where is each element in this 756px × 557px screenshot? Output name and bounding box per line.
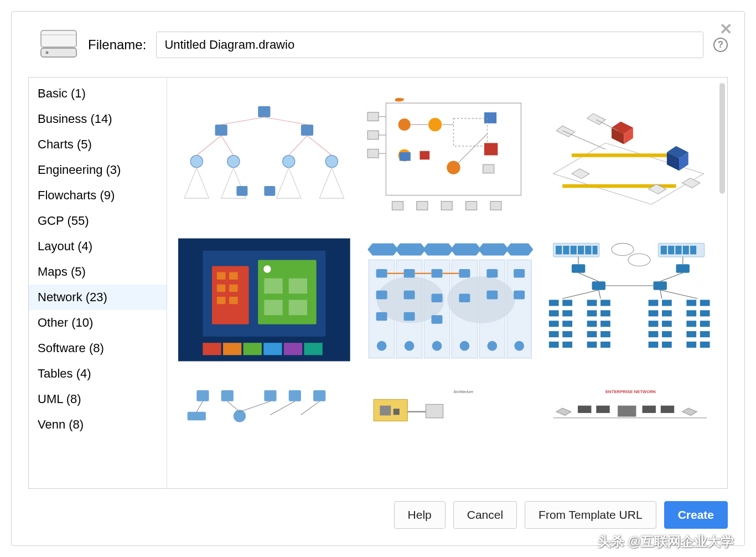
svg-rect-158 — [700, 331, 710, 337]
sidebar-item-layout[interactable]: Layout (4) — [29, 234, 167, 259]
sidebar-item-gcp[interactable]: GCP (55) — [29, 208, 167, 234]
svg-rect-124 — [563, 310, 573, 316]
close-icon[interactable]: ✕ — [719, 22, 732, 37]
template-thumb-3[interactable] — [544, 91, 716, 220]
svg-rect-160 — [700, 342, 710, 348]
sidebar-item-charts[interactable]: Charts (5) — [29, 132, 167, 157]
svg-rect-139 — [587, 342, 597, 348]
svg-rect-185 — [597, 406, 610, 413]
svg-rect-98 — [563, 246, 569, 255]
svg-rect-88 — [486, 291, 498, 300]
template-thumb-8[interactable]: Architecture — [361, 380, 534, 431]
svg-rect-75 — [376, 269, 387, 278]
svg-point-90 — [376, 341, 386, 351]
svg-rect-116 — [654, 281, 667, 290]
svg-line-7 — [221, 117, 265, 125]
filename-label: Filename: — [88, 37, 146, 53]
svg-rect-20 — [367, 112, 379, 121]
category-sidebar: Basic (1) Business (14) Charts (5) Engin… — [29, 78, 167, 488]
main-content: Basic (1) Business (14) Charts (5) Engin… — [28, 77, 728, 489]
svg-rect-151 — [687, 300, 697, 306]
svg-rect-102 — [593, 246, 598, 255]
svg-rect-168 — [289, 390, 301, 401]
svg-rect-140 — [600, 342, 610, 348]
svg-rect-127 — [549, 331, 559, 337]
create-button[interactable]: Create — [664, 501, 728, 529]
svg-rect-146 — [662, 321, 672, 327]
svg-rect-105 — [668, 246, 674, 255]
svg-rect-155 — [687, 321, 697, 327]
header-row: Filename: ? — [28, 28, 728, 61]
svg-rect-145 — [649, 321, 659, 327]
svg-rect-178 — [380, 406, 391, 416]
template-thumb-5[interactable] — [361, 235, 534, 364]
svg-point-15 — [283, 155, 295, 167]
svg-rect-82 — [376, 312, 387, 321]
svg-rect-167 — [264, 390, 276, 401]
svg-rect-135 — [587, 321, 597, 327]
sidebar-item-other[interactable]: Other (10) — [29, 310, 167, 336]
filename-input[interactable] — [156, 32, 703, 58]
svg-point-92 — [432, 341, 442, 351]
svg-rect-17 — [236, 186, 247, 196]
svg-rect-65 — [284, 343, 302, 355]
from-template-url-button[interactable]: From Template URL — [525, 501, 656, 529]
svg-rect-188 — [661, 406, 674, 413]
svg-rect-141 — [649, 300, 659, 306]
scrollbar-thumb[interactable] — [719, 83, 725, 194]
svg-rect-83 — [403, 291, 415, 300]
template-thumb-4[interactable] — [178, 235, 350, 364]
sidebar-item-network[interactable]: Network (23) — [29, 285, 167, 310]
svg-line-176 — [301, 401, 319, 415]
svg-rect-77 — [431, 269, 442, 278]
svg-rect-125 — [549, 321, 559, 327]
svg-rect-101 — [586, 246, 592, 255]
svg-rect-150 — [662, 342, 672, 348]
svg-rect-32 — [399, 152, 410, 161]
svg-line-174 — [240, 401, 270, 412]
svg-line-117 — [578, 273, 599, 282]
template-thumb-9[interactable]: ENTERPRISE NETWORK — [544, 380, 716, 431]
sidebar-item-engineering[interactable]: Engineering (3) — [29, 157, 167, 183]
cancel-button[interactable]: Cancel — [453, 501, 517, 529]
svg-rect-179 — [393, 409, 399, 415]
svg-rect-78 — [459, 269, 470, 278]
svg-line-44 — [563, 131, 606, 149]
template-thumb-7[interactable] — [178, 380, 350, 431]
svg-rect-121 — [549, 300, 559, 306]
svg-rect-126 — [563, 321, 573, 327]
template-thumb-2[interactable] — [361, 91, 534, 220]
sidebar-item-uml[interactable]: UML (8) — [29, 386, 167, 412]
sidebar-item-tables[interactable]: Tables (4) — [29, 361, 167, 386]
svg-line-8 — [264, 117, 307, 125]
svg-rect-59 — [264, 300, 282, 315]
svg-rect-89 — [514, 291, 525, 300]
svg-rect-18 — [264, 186, 275, 196]
help-icon[interactable]: ? — [713, 38, 728, 52]
sidebar-item-basic[interactable]: Basic (1) — [29, 81, 167, 106]
svg-rect-39 — [392, 202, 403, 210]
sidebar-item-maps[interactable]: Maps (5) — [29, 259, 167, 285]
sidebar-item-business[interactable]: Business (14) — [29, 106, 167, 132]
svg-rect-166 — [221, 390, 234, 401]
sidebar-item-software[interactable]: Software (8) — [29, 336, 167, 361]
svg-rect-49 — [217, 272, 226, 280]
template-thumb-6[interactable] — [544, 235, 716, 364]
sidebar-item-venn[interactable]: Venn (8) — [29, 412, 167, 437]
svg-rect-170 — [188, 412, 206, 421]
help-button[interactable]: Help — [394, 501, 446, 529]
svg-rect-33 — [420, 151, 429, 160]
svg-rect-100 — [578, 246, 584, 255]
svg-rect-0 — [41, 30, 76, 47]
svg-point-74 — [447, 276, 515, 323]
svg-rect-159 — [687, 342, 697, 348]
sidebar-item-flowcharts[interactable]: Flowcharts (9) — [29, 183, 167, 208]
svg-rect-156 — [700, 321, 710, 327]
svg-rect-21 — [367, 131, 379, 140]
template-thumb-1[interactable] — [178, 91, 350, 220]
svg-rect-147 — [649, 331, 659, 337]
svg-text:Architecture: Architecture — [453, 390, 473, 394]
svg-rect-87 — [459, 293, 470, 302]
svg-rect-169 — [313, 390, 325, 401]
svg-point-91 — [404, 341, 414, 351]
